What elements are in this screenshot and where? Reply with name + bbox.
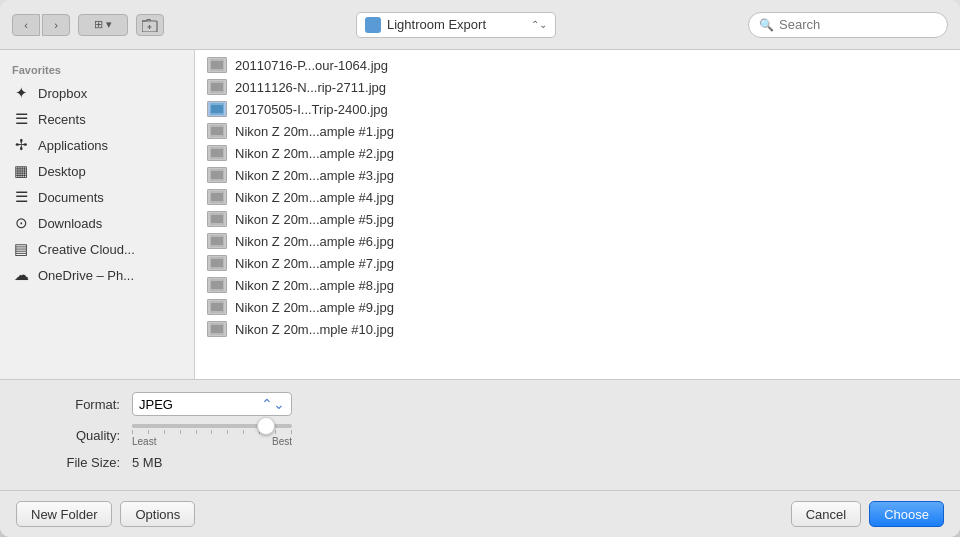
quality-row: Quality: xyxy=(20,424,940,447)
table-row[interactable]: Nikon Z 20m...ample #5.jpg xyxy=(195,208,960,230)
file-thumbnail xyxy=(207,233,227,249)
sidebar-item-downloads[interactable]: ⊙ Downloads xyxy=(0,210,194,236)
dropbox-icon: ✦ xyxy=(12,84,30,102)
file-thumbnail xyxy=(207,321,227,337)
slider-min-label: Least xyxy=(132,436,156,447)
svg-rect-28 xyxy=(211,325,223,333)
search-icon: 🔍 xyxy=(759,18,774,32)
file-thumbnail xyxy=(207,255,227,271)
sidebar-item-label: Applications xyxy=(38,138,108,153)
file-name: 20170505-I...Trip-2400.jpg xyxy=(235,102,388,117)
onedrive-icon: ☁ xyxy=(12,266,30,284)
sidebar-item-label: Recents xyxy=(38,112,86,127)
sidebar-item-recents[interactable]: ☰ Recents xyxy=(0,106,194,132)
table-row[interactable]: 20170505-I...Trip-2400.jpg xyxy=(195,98,960,120)
svg-rect-26 xyxy=(211,303,223,311)
sidebar-item-label: Creative Cloud... xyxy=(38,242,135,257)
svg-rect-12 xyxy=(211,149,223,157)
svg-rect-14 xyxy=(211,171,223,179)
view-icon: ⊞ xyxy=(94,18,103,31)
svg-rect-18 xyxy=(211,215,223,223)
sidebar-item-creative-cloud[interactable]: ▤ Creative Cloud... xyxy=(0,236,194,262)
file-name: Nikon Z 20m...ample #5.jpg xyxy=(235,212,394,227)
filesize-row: File Size: 5 MB xyxy=(20,455,940,470)
format-chevron-icon: ⌃⌄ xyxy=(261,396,285,412)
folder-plus-icon xyxy=(142,18,158,32)
format-label: Format: xyxy=(20,397,120,412)
sidebar-item-dropbox[interactable]: ✦ Dropbox xyxy=(0,80,194,106)
file-thumbnail xyxy=(207,299,227,315)
nav-buttons: ‹ › xyxy=(12,14,70,36)
table-row[interactable]: Nikon Z 20m...ample #1.jpg xyxy=(195,120,960,142)
slider-track xyxy=(132,424,292,428)
dialog: ‹ › ⊞ ▾ Lightroom Export ⌃⌄ 🔍 xyxy=(0,0,960,537)
format-value: JPEG xyxy=(139,397,173,412)
sidebar-item-label: OneDrive – Ph... xyxy=(38,268,134,283)
sidebar-item-label: Desktop xyxy=(38,164,86,179)
view-button[interactable]: ⊞ ▾ xyxy=(78,14,128,36)
file-name: Nikon Z 20m...ample #3.jpg xyxy=(235,168,394,183)
sidebar-item-desktop[interactable]: ▦ Desktop xyxy=(0,158,194,184)
bottom-left: New Folder Options xyxy=(16,501,195,527)
sidebar-item-label: Downloads xyxy=(38,216,102,231)
format-select[interactable]: JPEG ⌃⌄ xyxy=(132,392,292,416)
options-panel: Format: JPEG ⌃⌄ Quality: xyxy=(0,379,960,490)
table-row[interactable]: Nikon Z 20m...ample #9.jpg xyxy=(195,296,960,318)
table-row[interactable]: Nikon Z 20m...mple #10.jpg xyxy=(195,318,960,340)
bottom-right: Cancel Choose xyxy=(791,501,944,527)
table-row[interactable]: Nikon Z 20m...ample #6.jpg xyxy=(195,230,960,252)
file-name: 20110716-P...our-1064.jpg xyxy=(235,58,388,73)
cancel-button[interactable]: Cancel xyxy=(791,501,861,527)
filesize-value: 5 MB xyxy=(132,455,162,470)
svg-rect-24 xyxy=(211,281,223,289)
file-thumbnail xyxy=(207,277,227,293)
location-chevron-icon: ⌃⌄ xyxy=(531,19,547,30)
choose-button[interactable]: Choose xyxy=(869,501,944,527)
sidebar-item-documents[interactable]: ☰ Documents xyxy=(0,184,194,210)
new-folder-button[interactable]: New Folder xyxy=(16,501,112,527)
file-thumbnail xyxy=(207,189,227,205)
search-input[interactable] xyxy=(779,17,937,32)
slider-thumb[interactable] xyxy=(257,417,275,435)
svg-rect-22 xyxy=(211,259,223,267)
table-row[interactable]: 20111126-N...rip-2711.jpg xyxy=(195,76,960,98)
table-row[interactable]: Nikon Z 20m...ample #3.jpg xyxy=(195,164,960,186)
svg-rect-4 xyxy=(211,61,223,69)
format-row: Format: JPEG ⌃⌄ xyxy=(20,392,940,416)
filesize-label: File Size: xyxy=(20,455,120,470)
main-area: Favorites ✦ Dropbox ☰ Recents ✢ Applicat… xyxy=(0,50,960,379)
downloads-icon: ⊙ xyxy=(12,214,30,232)
folder-icon xyxy=(365,17,381,33)
file-thumbnail xyxy=(207,79,227,95)
slider-fill xyxy=(132,424,260,428)
file-name: Nikon Z 20m...ample #1.jpg xyxy=(235,124,394,139)
file-name: Nikon Z 20m...ample #4.jpg xyxy=(235,190,394,205)
toolbar: ‹ › ⊞ ▾ Lightroom Export ⌃⌄ 🔍 xyxy=(0,0,960,50)
options-button[interactable]: Options xyxy=(120,501,195,527)
quality-slider-container: Least Best xyxy=(132,424,292,447)
quality-label: Quality: xyxy=(20,428,120,443)
table-row[interactable]: Nikon Z 20m...ample #8.jpg xyxy=(195,274,960,296)
search-box[interactable]: 🔍 xyxy=(748,12,948,38)
slider-max-label: Best xyxy=(272,436,292,447)
chevron-down-icon: ▾ xyxy=(106,18,112,31)
forward-button[interactable]: › xyxy=(42,14,70,36)
new-folder-toolbar-button[interactable] xyxy=(136,14,164,36)
table-row[interactable]: Nikon Z 20m...ample #7.jpg xyxy=(195,252,960,274)
table-row[interactable]: Nikon Z 20m...ample #2.jpg xyxy=(195,142,960,164)
file-thumbnail xyxy=(207,57,227,73)
file-thumbnail xyxy=(207,101,227,117)
location-dropdown[interactable]: Lightroom Export ⌃⌄ xyxy=(356,12,556,38)
back-button[interactable]: ‹ xyxy=(12,14,40,36)
svg-rect-20 xyxy=(211,237,223,245)
file-name: Nikon Z 20m...mple #10.jpg xyxy=(235,322,394,337)
sidebar-item-applications[interactable]: ✢ Applications xyxy=(0,132,194,158)
table-row[interactable]: Nikon Z 20m...ample #4.jpg xyxy=(195,186,960,208)
table-row[interactable]: 20110716-P...our-1064.jpg xyxy=(195,54,960,76)
desktop-icon: ▦ xyxy=(12,162,30,180)
applications-icon: ✢ xyxy=(12,136,30,154)
sidebar-item-onedrive[interactable]: ☁ OneDrive – Ph... xyxy=(0,262,194,288)
svg-rect-16 xyxy=(211,193,223,201)
file-list[interactable]: 20110716-P...our-1064.jpg 20111126-N...r… xyxy=(195,50,960,379)
recents-icon: ☰ xyxy=(12,110,30,128)
